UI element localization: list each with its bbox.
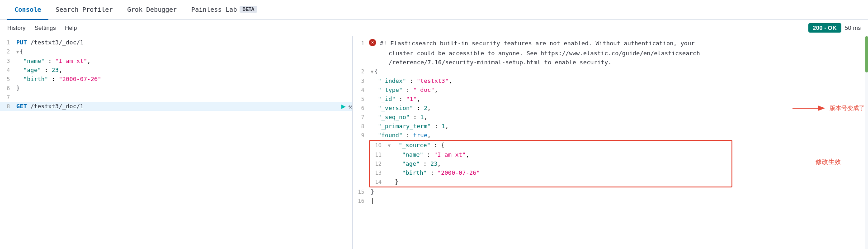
source-annotation: 修改生效 [816, 158, 841, 166]
beta-badge: BETA [240, 6, 257, 13]
scrollbar[interactable] [865, 36, 868, 249]
arrow-icon [792, 104, 828, 113]
out-line-9: 9 "found" : true, [353, 131, 868, 140]
out-line-10: 10 ▼ "_source" : { [370, 141, 731, 150]
settings-menu[interactable]: Settings [34, 24, 56, 31]
out-line-13: 13 "birth" : "2000-07-26" [370, 168, 731, 177]
top-nav: Console Search Profiler Grok Debugger Pa… [0, 0, 868, 20]
version-annotation: 版本号变成了2 [792, 104, 868, 113]
output-area[interactable]: 1 ✕ #! Elasticsearch built-in security f… [353, 36, 868, 249]
code-editor[interactable]: 1 PUT /testxt3/_doc/1 2 ▼{ 3 "name" : "I… [0, 36, 352, 249]
left-panel: 1 PUT /testxt3/_doc/1 2 ▼{ 3 "name" : "I… [0, 36, 353, 249]
right-panel: 1 ✕ #! Elasticsearch built-in security f… [353, 36, 868, 249]
editor-line-8: 8 GET /testxt3/_doc/1 ▶ ⚒ [0, 102, 352, 111]
history-menu[interactable]: History [7, 24, 25, 31]
scrollbar-thumb[interactable] [865, 36, 868, 72]
warning-line-1: 1 ✕ #! Elasticsearch built-in security f… [353, 38, 868, 49]
out-line-14: 14 } [370, 177, 731, 187]
warning-icon: ✕ [369, 39, 376, 46]
main-content: 1 PUT /testxt3/_doc/1 2 ▼{ 3 "name" : "I… [0, 36, 868, 249]
tab-console[interactable]: Console [7, 0, 48, 20]
editor-line-7: 7 [0, 93, 352, 102]
tab-search-profiler[interactable]: Search Profiler [48, 0, 120, 20]
source-highlight-box: 10 ▼ "_source" : { 11 "name" : "I am xt"… [369, 140, 732, 187]
editor-line-6: 6 } [0, 84, 352, 93]
out-line-11: 11 "name" : "I am xt", [370, 150, 731, 159]
editor-line-2: 2 ▼{ [0, 47, 352, 57]
line-actions: ▶ ⚒ [338, 102, 352, 111]
help-menu[interactable]: Help [65, 24, 77, 31]
editor-line-5: 5 "birth" : "2000-07-26" [0, 75, 352, 84]
toolbar: History Settings Help 200 - OK 50 ms [0, 20, 868, 36]
out-line-16: 16 | [353, 196, 868, 206]
editor-line-1: 1 PUT /testxt3/_doc/1 [0, 38, 352, 47]
warning-line-3: /reference/7.16/security-minimal-setup.h… [353, 58, 868, 67]
tab-painless-lab[interactable]: Painless Lab BETA [184, 0, 264, 20]
out-line-2: 2 ▼{ [353, 67, 868, 77]
out-line-3: 3 "_index" : "testxt3", [353, 77, 868, 86]
toolbar-right: 200 - OK 50 ms [808, 23, 861, 33]
tab-grok-debugger[interactable]: Grok Debugger [120, 0, 184, 20]
source-block: 10 ▼ "_source" : { 11 "name" : "I am xt"… [353, 140, 868, 187]
out-line-15: 15 } [353, 187, 868, 196]
out-line-12: 12 "age" : 23, [370, 159, 731, 168]
wrench-icon[interactable]: ⚒ [349, 102, 352, 111]
out-line-7: 7 "_seq_no" : 1, [353, 113, 868, 122]
editor-line-3: 3 "name" : "I am xt", [0, 57, 352, 66]
out-line-4: 4 "_type" : "_doc", [353, 86, 868, 95]
out-line-6: 6 "_version" : 2, 版本号变成了2 [353, 104, 868, 113]
status-badge: 200 - OK [808, 23, 841, 33]
editor-line-4: 4 "age" : 23, [0, 66, 352, 75]
run-button[interactable]: ▶ [341, 102, 346, 111]
out-line-5: 5 "_id" : "1", [353, 95, 868, 104]
response-time: 50 ms [845, 24, 861, 31]
out-line-8: 8 "_primary_term" : 1, [353, 122, 868, 131]
warning-line-2: cluster could be accessible to anyone. S… [353, 49, 868, 58]
